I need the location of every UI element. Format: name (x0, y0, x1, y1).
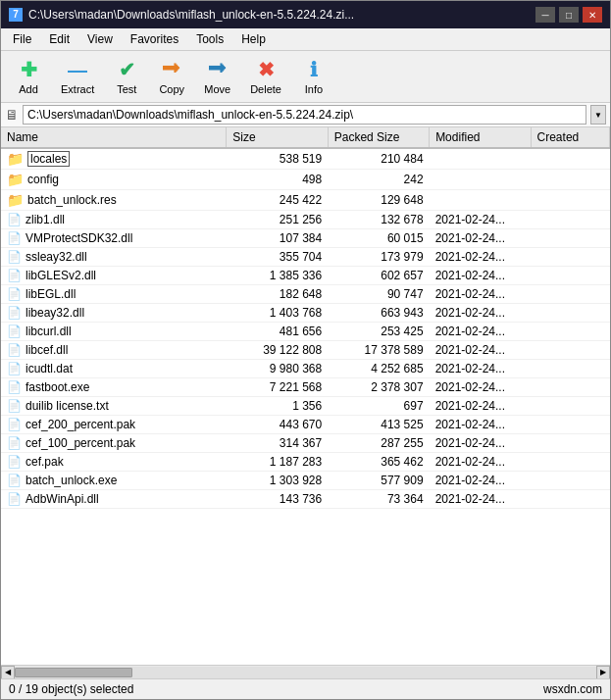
info-button[interactable]: ℹInfo (292, 55, 335, 98)
address-input[interactable] (23, 105, 586, 125)
menu-item-help[interactable]: Help (233, 30, 274, 48)
file-icon-img: 📄batch_unlock.exe (7, 474, 117, 487)
file-name-label: zlib1.dll (25, 213, 65, 226)
file-modified-cell: 2021-02-24... (430, 360, 531, 378)
test-button[interactable]: ✔Test (105, 55, 148, 98)
file-modified-cell (430, 190, 531, 211)
folder-name-label: locales (27, 151, 70, 167)
table-row[interactable]: 📄libGLESv2.dll1 385 336602 6572021-02-24… (1, 267, 610, 285)
file-icon-img: 📄zlib1.dll (7, 213, 65, 226)
file-type-icon: 📄 (7, 362, 22, 375)
table-row[interactable]: 📄duilib license.txt1 3566972021-02-24... (1, 397, 610, 416)
table-row[interactable]: 📄cef.pak1 187 283365 4622021-02-24... (1, 453, 610, 472)
file-icon-img: 📄libGLESv2.dll (7, 269, 96, 282)
file-created-cell (531, 148, 609, 170)
scroll-right-arrow[interactable]: ▶ (596, 666, 610, 679)
folder-name-label: config (27, 173, 59, 186)
menu-item-favorites[interactable]: Favorites (123, 30, 186, 48)
file-type-icon: 📄 (7, 250, 22, 264)
file-packed-cell: 173 979 (328, 248, 429, 267)
toolbar: ✚Add—Extract✔Test⮕Copy⮕Move✖DeleteℹInfo (1, 51, 610, 103)
table-row[interactable]: 📁locales538 519210 484 (1, 148, 610, 170)
table-row[interactable]: 📁config498242 (1, 170, 610, 190)
table-row[interactable]: 📄VMProtectSDK32.dll107 38460 0152021-02-… (1, 229, 610, 248)
file-type-icon: 📄 (7, 287, 22, 301)
file-packed-cell: 365 462 (328, 453, 429, 472)
horizontal-scrollbar[interactable]: ◀ ▶ (1, 665, 610, 678)
test-label: Test (117, 83, 136, 95)
table-row[interactable]: 📄libEGL.dll182 64890 7472021-02-24... (1, 285, 610, 304)
file-size-cell: 1 187 283 (227, 453, 328, 472)
close-button[interactable]: ✕ (583, 7, 602, 23)
file-modified-cell: 2021-02-24... (430, 248, 531, 267)
delete-button[interactable]: ✖Delete (241, 55, 290, 98)
file-modified-cell: 2021-02-24... (430, 397, 531, 416)
menu-item-edit[interactable]: Edit (41, 30, 77, 48)
status-bar: 0 / 19 object(s) selected wsxdn.com (1, 678, 610, 699)
file-name-cell: 📄fastboot.exe (1, 378, 227, 397)
file-type-icon: 📄 (7, 492, 22, 506)
file-name-label: fastboot.exe (25, 380, 89, 394)
file-list-container[interactable]: Name Size Packed Size Modified Created 📁… (1, 127, 610, 665)
table-row[interactable]: 📄libeay32.dll1 403 768663 9432021-02-24.… (1, 304, 610, 323)
col-header-created[interactable]: Created (531, 127, 609, 148)
app-icon: 7 (9, 8, 23, 22)
file-type-icon: 📄 (7, 269, 22, 282)
file-created-cell (531, 397, 609, 416)
minimize-button[interactable]: ─ (535, 7, 555, 23)
file-name-cell: 📄libEGL.dll (1, 285, 227, 304)
file-size-cell: 443 670 (227, 416, 328, 434)
table-row[interactable]: 📄fastboot.exe7 221 5682 378 3072021-02-2… (1, 378, 610, 397)
file-created-cell (531, 453, 609, 472)
table-row[interactable]: 📄icudtl.dat9 980 3684 252 6852021-02-24.… (1, 360, 610, 378)
copy-button[interactable]: ⮕Copy (150, 55, 193, 98)
file-name-cell: 📄AdbWinApi.dll (1, 490, 227, 509)
file-packed-cell: 577 909 (328, 472, 429, 490)
file-packed-cell: 73 364 (328, 490, 429, 509)
add-button[interactable]: ✚Add (7, 55, 50, 98)
maximize-button[interactable]: □ (559, 7, 579, 23)
file-name-cell: 📄ssleay32.dll (1, 248, 227, 267)
table-row[interactable]: 📄batch_unlock.exe1 303 928577 9092021-02… (1, 472, 610, 490)
file-modified-cell (430, 170, 531, 190)
table-row[interactable]: 📄zlib1.dll251 256132 6782021-02-24... (1, 211, 610, 229)
scrollbar-thumb[interactable] (15, 668, 132, 677)
folder-icon-img: 📁 (7, 151, 24, 167)
file-type-icon: 📄 (7, 399, 22, 413)
folder-icon-img: 📁 (7, 192, 24, 208)
file-name-cell: 📄duilib license.txt (1, 397, 227, 416)
menu-item-tools[interactable]: Tools (188, 30, 231, 48)
file-created-cell (531, 248, 609, 267)
table-row[interactable]: 📄libcef.dll39 122 80817 378 5892021-02-2… (1, 341, 610, 360)
file-modified-cell: 2021-02-24... (430, 267, 531, 285)
file-type-icon: 📄 (7, 380, 22, 394)
copy-label: Copy (159, 83, 184, 95)
move-button[interactable]: ⮕Move (195, 55, 239, 98)
table-row[interactable]: 📄cef_100_percent.pak314 367287 2552021-0… (1, 434, 610, 453)
table-row[interactable]: 📄AdbWinApi.dll143 73673 3642021-02-24... (1, 490, 610, 509)
scrollbar-track[interactable] (15, 667, 596, 678)
col-header-packed[interactable]: Packed Size (328, 127, 429, 148)
address-dropdown[interactable]: ▼ (590, 105, 606, 125)
file-modified-cell: 2021-02-24... (430, 490, 531, 509)
file-created-cell (531, 304, 609, 323)
col-header-size[interactable]: Size (227, 127, 328, 148)
file-size-cell: 1 303 928 (227, 472, 328, 490)
menu-item-view[interactable]: View (79, 30, 121, 48)
table-row[interactable]: 📄libcurl.dll481 656253 4252021-02-24... (1, 323, 610, 341)
file-modified-cell: 2021-02-24... (430, 304, 531, 323)
extract-button[interactable]: —Extract (52, 55, 103, 98)
col-header-name[interactable]: Name (1, 127, 227, 148)
column-header-row: Name Size Packed Size Modified Created (1, 127, 610, 148)
file-modified-cell: 2021-02-24... (430, 434, 531, 453)
menu-item-file[interactable]: File (5, 30, 39, 48)
table-row[interactable]: 📄ssleay32.dll355 704173 9792021-02-24... (1, 248, 610, 267)
col-header-modified[interactable]: Modified (430, 127, 531, 148)
file-name-cell: 📄zlib1.dll (1, 211, 227, 229)
title-bar: 7 C:\Users\madan\Downloads\miflash_unloc… (1, 1, 610, 28)
table-row[interactable]: 📄cef_200_percent.pak443 670413 5252021-0… (1, 416, 610, 434)
table-row[interactable]: 📁batch_unlock.res245 422129 648 (1, 190, 610, 211)
file-packed-cell: 242 (328, 170, 429, 190)
scroll-left-arrow[interactable]: ◀ (1, 666, 15, 679)
file-created-cell (531, 341, 609, 360)
